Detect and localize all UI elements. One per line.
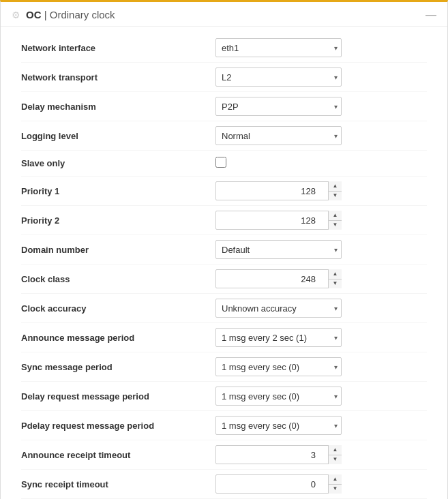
control-network-transport: L2 UDPv4 UDPv6 ▾ [215, 67, 427, 87]
control-clock-accuracy: Unknown accuracy 25ns 100ns 250ns 1us ▾ [215, 299, 427, 318]
control-delay-mechanism: P2P E2E Auto ▾ [215, 97, 427, 116]
row-announce-receipt-timeout: Announce receipt timeout ▲ ▼ [21, 440, 427, 470]
control-domain-number: Default 0 1 2 ▾ [215, 240, 427, 259]
label-sync-message-period: Sync message period [21, 362, 215, 372]
control-announce-receipt-timeout: ▲ ▼ [215, 445, 427, 464]
spinner-buttons-announce-receipt-timeout: ▲ ▼ [328, 445, 342, 464]
panel-title: OC | Ordinary clock [26, 9, 115, 20]
spinner-wrapper-announce-receipt-timeout: ▲ ▼ [215, 445, 342, 464]
select-wrapper-network-interface: eth1 eth0 eth2 ▾ [215, 38, 342, 57]
row-pdelay-request-message-period: Pdelay request message period 1 msg ever… [21, 411, 427, 440]
spinner-input-sync-receipt-timeout[interactable] [215, 474, 342, 494]
spinner-input-priority2[interactable] [215, 211, 342, 230]
label-priority1: Priority 1 [21, 186, 215, 196]
row-delay-mechanism: Delay mechanism P2P E2E Auto ▾ [21, 92, 427, 121]
label-pdelay-request-message-period: Pdelay request message period [21, 421, 215, 431]
control-clock-class: ▲ ▼ [215, 269, 427, 288]
control-sync-message-period: 1 msg every sec (0) 2 msg every sec (-1)… [215, 357, 427, 376]
control-priority1: ▲ ▼ [215, 181, 427, 200]
row-domain-number: Domain number Default 0 1 2 ▾ [21, 235, 427, 264]
select-wrapper-domain-number: Default 0 1 2 ▾ [215, 240, 342, 259]
spinner-input-clock-class[interactable] [215, 269, 342, 288]
row-sync-message-period: Sync message period 1 msg every sec (0) … [21, 352, 427, 382]
select-network-interface[interactable]: eth1 eth0 eth2 [215, 38, 342, 57]
row-priority2: Priority 2 ▲ ▼ [21, 206, 427, 235]
label-delay-request-message-period: Delay request message period [21, 391, 215, 402]
row-priority1: Priority 1 ▲ ▼ [21, 177, 427, 206]
label-clock-accuracy: Clock accuracy [21, 303, 215, 314]
spin-up-priority1[interactable]: ▲ [329, 181, 342, 192]
select-wrapper-pdelay-request-message-period: 1 msg every sec (0) 2 msg every sec (-1)… [215, 416, 342, 435]
panel-title-area: ⚙ OC | Ordinary clock [12, 9, 115, 20]
panel-header: ⚙ OC | Ordinary clock — [1, 2, 447, 27]
select-logging-level[interactable]: Normal Debug Error [215, 126, 342, 145]
row-slave-only: Slave only [21, 151, 427, 177]
select-wrapper-network-transport: L2 UDPv4 UDPv6 ▾ [215, 67, 342, 87]
spinner-buttons-priority1: ▲ ▼ [328, 181, 342, 200]
spin-down-priority1[interactable]: ▼ [329, 192, 342, 201]
control-sync-receipt-timeout: ▲ ▼ [215, 474, 427, 494]
spinner-wrapper-priority1: ▲ ▼ [215, 181, 342, 200]
spin-up-priority2[interactable]: ▲ [329, 211, 342, 221]
form-container: Network interface eth1 eth0 eth2 ▾ Netwo… [1, 27, 447, 499]
spin-down-clock-class[interactable]: ▼ [329, 279, 342, 289]
spin-down-announce-receipt-timeout[interactable]: ▼ [329, 455, 342, 465]
label-delay-mechanism: Delay mechanism [21, 102, 215, 112]
label-announce-receipt-timeout: Announce receipt timeout [21, 450, 215, 460]
control-slave-only [215, 157, 427, 170]
select-sync-message-period[interactable]: 1 msg every sec (0) 2 msg every sec (-1)… [215, 357, 342, 376]
label-slave-only: Slave only [21, 158, 215, 168]
select-pdelay-request-message-period[interactable]: 1 msg every sec (0) 2 msg every sec (-1) [215, 416, 342, 435]
label-sync-receipt-timeout: Sync receipt timeout [21, 479, 215, 489]
spin-up-announce-receipt-timeout[interactable]: ▲ [329, 445, 342, 455]
spinner-buttons-priority2: ▲ ▼ [328, 211, 342, 230]
control-priority2: ▲ ▼ [215, 211, 427, 230]
spinner-input-priority1[interactable] [215, 181, 342, 200]
select-delay-mechanism[interactable]: P2P E2E Auto [215, 97, 342, 116]
control-network-interface: eth1 eth0 eth2 ▾ [215, 38, 427, 57]
spin-down-sync-receipt-timeout[interactable]: ▼ [329, 485, 342, 494]
label-priority2: Priority 2 [21, 215, 215, 226]
row-logging-level: Logging level Normal Debug Error ▾ [21, 121, 427, 151]
row-network-transport: Network transport L2 UDPv4 UDPv6 ▾ [21, 63, 427, 92]
spinner-wrapper-clock-class: ▲ ▼ [215, 269, 342, 288]
panel-title-suffix: Ordinary clock [50, 9, 115, 20]
select-wrapper-clock-accuracy: Unknown accuracy 25ns 100ns 250ns 1us ▾ [215, 299, 342, 318]
label-clock-class: Clock class [21, 274, 215, 284]
label-network-transport: Network transport [21, 72, 215, 82]
row-clock-accuracy: Clock accuracy Unknown accuracy 25ns 100… [21, 294, 427, 323]
row-clock-class: Clock class ▲ ▼ [21, 264, 427, 294]
spin-up-clock-class[interactable]: ▲ [329, 269, 342, 279]
spinner-input-announce-receipt-timeout[interactable] [215, 445, 342, 464]
select-delay-request-message-period[interactable]: 1 msg every sec (0) 2 msg every sec (-1) [215, 387, 342, 406]
row-announce-message-period: Announce message period 1 msg every 2 se… [21, 323, 427, 352]
spinner-buttons-sync-receipt-timeout: ▲ ▼ [328, 474, 342, 494]
spin-down-priority2[interactable]: ▼ [329, 221, 342, 230]
select-wrapper-announce-message-period: 1 msg every 2 sec (1) 1 msg every sec (0… [215, 328, 342, 347]
label-domain-number: Domain number [21, 245, 215, 255]
label-logging-level: Logging level [21, 131, 215, 141]
row-sync-receipt-timeout: Sync receipt timeout ▲ ▼ [21, 470, 427, 499]
select-wrapper-sync-message-period: 1 msg every sec (0) 2 msg every sec (-1)… [215, 357, 342, 376]
oc-panel: ⚙ OC | Ordinary clock — Network interfac… [0, 0, 448, 499]
control-logging-level: Normal Debug Error ▾ [215, 126, 427, 145]
row-delay-request-message-period: Delay request message period 1 msg every… [21, 382, 427, 411]
gear-icon: ⚙ [12, 10, 20, 20]
select-wrapper-logging-level: Normal Debug Error ▾ [215, 126, 342, 145]
minimize-button[interactable]: — [425, 10, 436, 20]
spinner-buttons-clock-class: ▲ ▼ [328, 269, 342, 288]
panel-title-prefix: OC [26, 9, 42, 20]
select-wrapper-delay-request-message-period: 1 msg every sec (0) 2 msg every sec (-1)… [215, 387, 342, 406]
panel-title-separator: | [44, 9, 50, 20]
select-announce-message-period[interactable]: 1 msg every 2 sec (1) 1 msg every sec (0… [215, 328, 342, 347]
select-domain-number[interactable]: Default 0 1 2 [215, 240, 342, 259]
spinner-wrapper-priority2: ▲ ▼ [215, 211, 342, 230]
select-network-transport[interactable]: L2 UDPv4 UDPv6 [215, 67, 342, 87]
row-network-interface: Network interface eth1 eth0 eth2 ▾ [21, 33, 427, 63]
select-clock-accuracy[interactable]: Unknown accuracy 25ns 100ns 250ns 1us [215, 299, 342, 318]
control-delay-request-message-period: 1 msg every sec (0) 2 msg every sec (-1)… [215, 387, 427, 406]
checkbox-slave-only[interactable] [215, 157, 226, 168]
select-wrapper-delay-mechanism: P2P E2E Auto ▾ [215, 97, 342, 116]
control-announce-message-period: 1 msg every 2 sec (1) 1 msg every sec (0… [215, 328, 427, 347]
spin-up-sync-receipt-timeout[interactable]: ▲ [329, 474, 342, 485]
